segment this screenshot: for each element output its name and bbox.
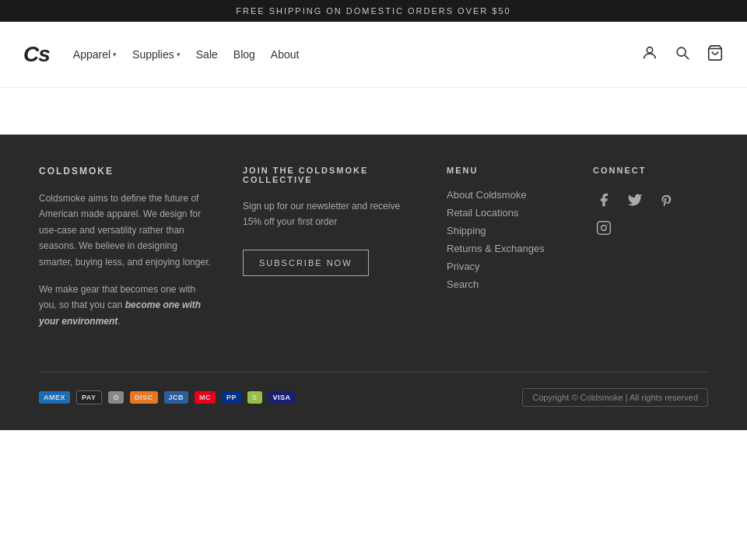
svg-rect-4: [598, 222, 611, 235]
footer-brand-description2: We make gear that becomes one with you, …: [39, 282, 212, 329]
payment-discover: DISC: [130, 391, 158, 404]
logo[interactable]: Cs: [23, 42, 50, 67]
footer-connect-title: CONNECT: [593, 166, 708, 175]
menu-link-about[interactable]: About Coldsmoke: [447, 189, 562, 201]
footer-newsletter-column: JOIN THE COLDSMOKE COLLECTIVE Sign up fo…: [243, 166, 416, 341]
social-icons-row2: [593, 217, 708, 239]
footer-bottom: AMEX PAY ⊙ DISC JCB MC PP S VISA Copyrig…: [39, 372, 708, 407]
svg-point-1: [677, 47, 686, 56]
menu-link-search[interactable]: Search: [447, 278, 562, 290]
footer-brand-name: COLDSMOKE: [39, 166, 212, 177]
account-icon[interactable]: [641, 44, 658, 65]
search-icon[interactable]: [674, 44, 691, 65]
supplies-dropdown-arrow: ▾: [177, 51, 181, 58]
twitter-icon[interactable]: [624, 189, 646, 211]
footer-brand-description1: Coldsmoke aims to define the future of A…: [39, 191, 212, 270]
svg-point-0: [647, 47, 652, 52]
footer-brand-column: COLDSMOKE Coldsmoke aims to define the f…: [39, 166, 212, 341]
payment-icons: AMEX PAY ⊙ DISC JCB MC PP S VISA: [39, 390, 296, 404]
nav-item-apparel[interactable]: Apparel ▾: [73, 48, 117, 61]
header-right: [641, 44, 724, 65]
svg-point-6: [607, 224, 608, 225]
subscribe-button[interactable]: SUBSCRIBE NOW: [243, 250, 369, 276]
apparel-dropdown-arrow: ▾: [113, 51, 117, 58]
header: Cs Apparel ▾ Supplies ▾ Sale Blog About: [0, 22, 747, 88]
svg-point-5: [601, 226, 607, 231]
payment-amex: AMEX: [39, 391, 70, 404]
cart-icon[interactable]: [707, 44, 724, 65]
footer-top: COLDSMOKE Coldsmoke aims to define the f…: [39, 166, 708, 341]
footer-newsletter-title: JOIN THE COLDSMOKE COLLECTIVE: [243, 166, 416, 184]
payment-applepay: PAY: [76, 390, 102, 404]
menu-link-shipping[interactable]: Shipping: [447, 225, 562, 236]
footer-connect-column: CONNECT: [593, 166, 708, 341]
nav-item-blog[interactable]: Blog: [233, 48, 255, 61]
payment-mastercard: MC: [195, 391, 216, 404]
page-bottom: [0, 430, 747, 560]
nav-item-supplies[interactable]: Supplies ▾: [132, 48, 181, 61]
pinterest-icon[interactable]: [655, 189, 677, 211]
svg-line-2: [685, 55, 689, 59]
footer-newsletter-body: Sign up for our newsletter and receive 1…: [243, 198, 416, 230]
instagram-icon[interactable]: [593, 217, 615, 239]
nav-item-about[interactable]: About: [271, 48, 300, 61]
payment-paypal: PP: [222, 391, 241, 404]
header-left: Cs Apparel ▾ Supplies ▾ Sale Blog About: [23, 42, 299, 67]
menu-link-returns[interactable]: Returns & Exchanges: [447, 243, 562, 254]
menu-link-privacy[interactable]: Privacy: [447, 261, 562, 272]
menu-link-retail[interactable]: Retail Locations: [447, 207, 562, 219]
main-nav: Apparel ▾ Supplies ▾ Sale Blog About: [73, 48, 300, 61]
copyright-text: Copyright © Coldsmoke | All rights reser…: [522, 388, 708, 407]
social-icons-row1: [593, 189, 708, 211]
footer-menu-title: MENU: [447, 166, 562, 175]
footer-menu-column: MENU About Coldsmoke Retail Locations Sh…: [447, 166, 562, 341]
nav-item-sale[interactable]: Sale: [196, 48, 218, 61]
payment-diners: ⊙: [108, 391, 124, 404]
footer: COLDSMOKE Coldsmoke aims to define the f…: [0, 135, 747, 430]
facebook-icon[interactable]: [593, 189, 615, 211]
banner-text: FREE SHIPPING ON DOMESTIC ORDERS OVER $5…: [236, 6, 510, 16]
payment-visa: VISA: [268, 391, 296, 404]
payment-jcb: JCB: [164, 391, 189, 404]
main-content: [0, 88, 747, 135]
payment-shopify: S: [247, 391, 262, 404]
top-banner: FREE SHIPPING ON DOMESTIC ORDERS OVER $5…: [0, 0, 747, 22]
